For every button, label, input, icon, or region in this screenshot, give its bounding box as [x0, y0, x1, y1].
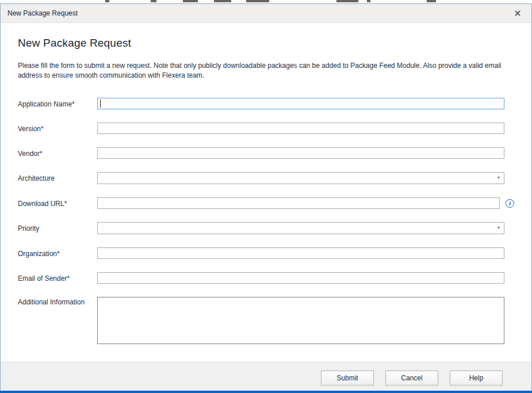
download-url-input[interactable]	[97, 197, 500, 209]
submit-button[interactable]: Submit	[321, 371, 374, 386]
application-name-label: Application Name*	[18, 99, 97, 108]
chevron-down-icon: ▾	[497, 226, 500, 230]
new-package-request-dialog: New Package Request ✕ New Package Reques…	[0, 3, 532, 393]
architecture-select[interactable]: ▾	[97, 172, 504, 184]
form-row: Email of Sender*	[18, 272, 514, 284]
vendor-input[interactable]	[97, 147, 504, 159]
email-of-sender-label: Email of Sender*	[18, 273, 97, 283]
dialog-content: New Package Request Please fill the form…	[1, 23, 531, 362]
cancel-button[interactable]: Cancel	[385, 371, 438, 386]
organization-label: Organization*	[18, 249, 97, 258]
version-label: Version*	[18, 124, 97, 133]
vendor-label: Vendor*	[18, 148, 97, 158]
download-url-label: Download URL*	[18, 199, 97, 208]
form-row: Version*	[18, 123, 514, 134]
button-bar: Submit Cancel Help	[1, 362, 531, 393]
chevron-down-icon: ▾	[497, 175, 500, 180]
additional-information-textarea[interactable]	[97, 297, 504, 344]
architecture-label: Architecture	[18, 173, 97, 182]
form-row: Additional Information	[18, 297, 514, 344]
window-title: New Package Request	[7, 9, 78, 17]
form-row: Organization*	[18, 247, 514, 259]
application-name-input[interactable]	[97, 98, 504, 109]
info-icon-glyph: i	[509, 200, 511, 207]
form-row: Application Name*	[18, 98, 514, 109]
close-icon: ✕	[514, 8, 521, 19]
form-row: Download URL* i	[18, 197, 514, 209]
close-button[interactable]: ✕	[511, 6, 525, 20]
form-description: Please fill the form to submit a new req…	[18, 61, 514, 81]
page-title: New Package Request	[18, 37, 514, 49]
info-icon[interactable]: i	[506, 199, 514, 208]
priority-label: Priority	[18, 223, 97, 232]
application-name-field	[97, 98, 504, 109]
help-button[interactable]: Help	[450, 371, 503, 386]
additional-information-label: Additional Information	[18, 297, 97, 306]
text-caret	[100, 100, 101, 108]
screen: New Package Request ✕ New Package Reques…	[0, 0, 532, 393]
version-input[interactable]	[97, 123, 504, 134]
form-row: Architecture ▾	[18, 172, 514, 184]
email-of-sender-input[interactable]	[97, 272, 504, 284]
priority-select[interactable]: ▾	[97, 222, 504, 234]
dialog-bottom-border	[0, 391, 532, 393]
titlebar: New Package Request ✕	[1, 4, 531, 23]
form-row: Vendor*	[18, 147, 514, 159]
form-row: Priority ▾	[18, 222, 514, 234]
organization-input[interactable]	[97, 247, 504, 259]
